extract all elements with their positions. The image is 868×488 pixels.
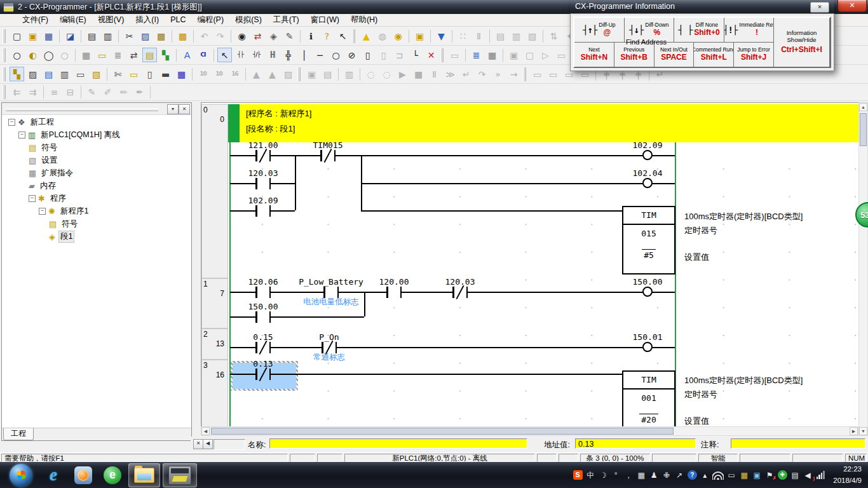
ladder-instruction-box[interactable]: TIM015#5 xyxy=(622,206,675,274)
tree-item-program-symbols[interactable]: ▤符号 xyxy=(2,217,191,230)
rename-symbol-icon[interactable]: ✎ xyxy=(282,29,297,43)
ladder-contact-no[interactable] xyxy=(255,311,271,323)
ladder-contact-no[interactable] xyxy=(255,287,271,298)
context-help-icon[interactable]: ↖ xyxy=(336,29,350,43)
tree-item-settings[interactable]: ▧设置 xyxy=(2,154,191,166)
delete-line-icon[interactable]: ✕ xyxy=(424,48,438,62)
rung-annotation-icon[interactable]: ≣ xyxy=(111,48,125,62)
copy-icon[interactable]: ▨ xyxy=(138,29,153,43)
explorer-icon[interactable] xyxy=(128,463,160,487)
symbol-bar-icon[interactable]: ▤ xyxy=(142,48,157,62)
width-mode-icon[interactable]: ° xyxy=(611,470,621,481)
tab-project[interactable]: 工程 xyxy=(3,428,34,440)
zoom-region-icon[interactable]: ◐ xyxy=(25,48,40,62)
network-signal-icon[interactable] xyxy=(815,471,825,479)
properties-icon[interactable]: ▧ xyxy=(89,67,104,81)
ladder-output-coil[interactable] xyxy=(642,178,653,188)
start-button[interactable] xyxy=(10,464,32,487)
io-multipoint-icon[interactable]: ▯ xyxy=(142,67,157,81)
output-window-icon[interactable]: ▬ xyxy=(158,67,173,81)
or-contact-no-icon[interactable]: ╟╢ xyxy=(265,48,280,62)
moon-theme-icon[interactable]: ☽ xyxy=(598,470,608,481)
ladder-contact-nc[interactable] xyxy=(255,369,271,380)
grid-toggle-icon[interactable]: ▦ xyxy=(79,48,93,62)
symbol-window-icon[interactable]: ▤ xyxy=(41,67,56,81)
ci-instruction-icon[interactable]: CI xyxy=(196,48,210,62)
instruction-box-icon[interactable]: ▯ xyxy=(360,48,375,62)
coil-icon[interactable]: ○ xyxy=(329,48,343,62)
chinese-input-icon[interactable]: 中 xyxy=(585,470,595,481)
display-tray-icon[interactable]: ▭ xyxy=(726,470,736,481)
tree-item-programs[interactable]: −✱程序 xyxy=(2,192,191,205)
ladder-contact-nc[interactable] xyxy=(255,342,271,353)
tree-item-new-program-1[interactable]: −✺新程序1 xyxy=(2,205,191,217)
browser-360-icon[interactable] xyxy=(104,464,121,487)
smart-input-icon[interactable]: A xyxy=(180,48,194,62)
sogou-input-icon[interactable]: S xyxy=(573,470,583,481)
find-icon[interactable]: ◉ xyxy=(234,29,249,43)
ladder-contact-no[interactable] xyxy=(386,287,402,298)
compile-check-icon[interactable]: ▲ xyxy=(359,29,374,43)
menu-item[interactable]: 窗口(W) xyxy=(305,14,345,26)
menu-item[interactable]: 文件(F) xyxy=(17,14,54,26)
compile-preview-icon[interactable]: ◪ xyxy=(63,29,78,43)
tools-tray-icon[interactable]: ✙ xyxy=(661,470,672,481)
rung-margin-0[interactable]: 00 xyxy=(201,104,228,278)
ie-icon[interactable] xyxy=(44,464,63,487)
soft-keyboard-icon[interactable]: ▦ xyxy=(636,470,646,481)
workspace-grip[interactable] xyxy=(6,108,158,111)
rung-comment-icon[interactable]: ▭ xyxy=(95,48,109,62)
horizontal-scroll-thumb[interactable] xyxy=(211,428,674,435)
paste-icon[interactable]: ▩ xyxy=(154,29,168,43)
save-project-icon[interactable]: ▦ xyxy=(41,29,56,43)
io-comment-window-icon[interactable]: ▥ xyxy=(57,67,72,81)
contact-no-icon[interactable]: ┤├ xyxy=(233,48,248,62)
cut-icon[interactable]: ✂ xyxy=(122,29,137,43)
hidden-icons-button[interactable]: ▴ xyxy=(700,470,710,481)
ladder-view-icon[interactable]: ▚ xyxy=(10,67,24,81)
ladder-contact-no[interactable] xyxy=(255,205,271,217)
tree-item-new-project[interactable]: −❖新工程 xyxy=(2,116,191,128)
print-icon[interactable]: ▤ xyxy=(85,29,99,43)
popup-close-button[interactable]: ✕ xyxy=(810,2,829,13)
rung-margin-1[interactable]: 17 xyxy=(201,278,228,329)
expand-toggle-icon[interactable]: − xyxy=(39,208,46,215)
vertical-scroll-thumb[interactable] xyxy=(860,113,867,146)
transfer-to-plc-icon[interactable]: ▣ xyxy=(412,29,427,43)
menu-item[interactable]: PLC xyxy=(165,14,191,26)
tree-item-section-1[interactable]: ◈段1 xyxy=(2,230,191,243)
close-icon[interactable]: ✕ xyxy=(193,439,203,449)
vertical-line-icon[interactable]: │ xyxy=(297,48,311,62)
cross-reference-icon[interactable]: ▭ xyxy=(73,67,88,81)
scroll-up-icon[interactable]: ▲ xyxy=(859,103,867,111)
find-in-project-icon[interactable]: ✄ xyxy=(111,67,125,81)
action-center-flag-icon[interactable]: ⚑✗ xyxy=(764,470,775,481)
watch-window-icon[interactable]: ▦ xyxy=(174,67,189,81)
rung-margin-2[interactable]: 213 xyxy=(201,329,228,360)
print-preview-icon[interactable]: ▥ xyxy=(100,29,115,43)
image-tool-tray-icon[interactable]: ▣ xyxy=(752,470,762,481)
tree-item-memory[interactable]: ▰内存 xyxy=(2,179,191,192)
coil-nc-icon[interactable]: ⊘ xyxy=(344,48,359,62)
about-icon[interactable]: ℹ xyxy=(304,29,318,43)
menu-item[interactable]: 插入(I) xyxy=(130,14,165,26)
monitor-data-icon[interactable]: ⇄ xyxy=(126,48,141,62)
rung-comment-banner[interactable]: [程序名 : 新程序1][段名称 : 段1] xyxy=(240,104,858,142)
work-online-icon[interactable]: ▼ xyxy=(434,29,449,43)
zoom-tool-icon[interactable]: ○ xyxy=(10,48,24,62)
clipboard-tray-icon[interactable]: ▤ xyxy=(790,470,800,481)
stack-view-icon[interactable]: ≣ xyxy=(469,48,484,62)
horizontal-line-icon[interactable]: ─ xyxy=(313,48,327,62)
volume-icon[interactable]: ◀) xyxy=(803,470,813,481)
menu-item[interactable]: 编辑(E) xyxy=(54,14,92,26)
cx-programmer-taskbar-icon[interactable] xyxy=(163,463,197,487)
wifi-icon[interactable] xyxy=(712,471,724,480)
menu-item[interactable]: 帮助(H) xyxy=(345,14,383,26)
expand-toggle-icon[interactable]: − xyxy=(8,119,15,126)
wmp-icon[interactable] xyxy=(74,464,92,487)
ladder-output-coil[interactable] xyxy=(642,150,653,160)
antivirus-360-icon[interactable]: ✚ xyxy=(777,470,787,481)
mnemonic-view-icon[interactable]: ▨ xyxy=(25,67,40,81)
name-input[interactable] xyxy=(269,438,527,449)
open-project-icon[interactable]: ▣ xyxy=(25,29,40,43)
